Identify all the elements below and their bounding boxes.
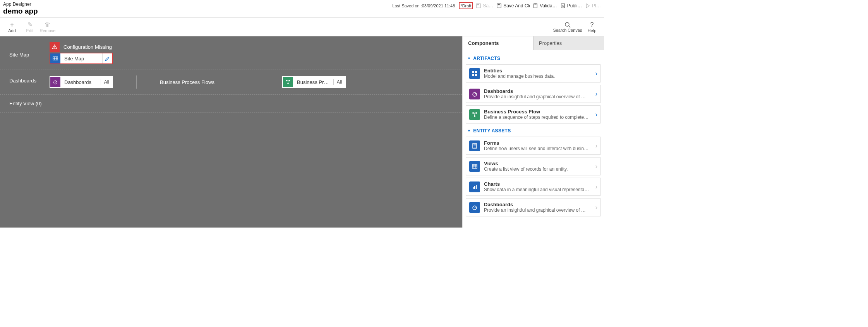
entity-view-row: Entity View (0) [0,94,462,113]
design-canvas: Site Map Configuration Missing Site Map [0,36,462,228]
svg-rect-1 [477,4,479,5]
chevron-right-icon: › [595,204,597,211]
dashboard-icon [469,89,480,99]
help-button[interactable]: ? Help [583,18,601,36]
bpf-badge: All [333,79,345,85]
chevron-right-icon: › [595,111,597,118]
sitemap-icon [50,53,60,63]
chevron-right-icon: › [595,70,597,77]
card-title: Charts [484,181,592,187]
card-desc: Define a sequence of steps required to c… [484,115,592,120]
card-title: Forms [484,140,592,146]
header-left: App Designer demo app [3,2,392,15]
bpf-label: Business Process Flows [160,79,218,85]
chevron-right-icon: › [595,163,597,170]
remove-button[interactable]: 🗑 Remove [39,18,57,36]
app-designer-label: App Designer [3,2,392,7]
bpf-tile-label: Business Proces… [293,79,333,85]
panel-tabs: Components Properties [463,36,604,50]
svg-rect-43 [474,186,475,189]
pencil-icon: ✎ [27,21,33,28]
sitemap-tile[interactable]: Site Map [50,53,113,64]
section-artifacts-label: ARTIFACTS [473,56,500,61]
main-area: Site Map Configuration Missing Site Map [0,36,604,228]
card-desc: Show data in a meaningful and visual rep… [484,187,592,192]
publish-label: Publi… [567,3,582,9]
section-artifacts[interactable]: ▼ ARTIFACTS [466,53,601,64]
save-button[interactable]: Sa… [476,3,493,9]
panel-body: ▼ ARTIFACTS Entities Model and manage bu… [463,50,604,228]
sitemap-row: Site Map Configuration Missing Site Map [0,36,462,70]
edit-button[interactable]: ✎ Edit [21,18,39,36]
card-bpf[interactable]: Business Process Flow Define a sequence … [466,105,601,123]
svg-rect-24 [472,74,474,76]
svg-point-7 [565,22,569,26]
card-charts[interactable]: Charts Show data in a meaningful and vis… [466,178,601,196]
card-dashboards-asset[interactable]: Dashboards Provide an insightful and gra… [466,198,601,216]
svg-rect-25 [475,74,477,76]
plus-icon: ＋ [9,21,15,28]
card-entities[interactable]: Entities Model and manage business data.… [466,64,601,82]
validate-label: Valida… [540,3,557,9]
play-icon [585,3,590,9]
svg-line-8 [569,26,570,27]
search-canvas-button[interactable]: Search Canvas [552,18,583,36]
card-desc: Provide an insightful and graphical over… [484,207,592,213]
card-desc: Create a list view of records for an ent… [484,166,592,172]
play-button[interactable]: Pl… [585,3,601,9]
save-and-close-button[interactable]: Save And Clo… [496,3,530,9]
vertical-separator [136,75,137,89]
toolbar: ＋ Add ✎ Edit 🗑 Remove Search Canvas ? He… [0,18,604,36]
tab-components-label: Components [468,40,499,46]
tab-properties[interactable]: Properties [533,36,604,50]
help-label: Help [588,28,597,33]
validate-button[interactable]: Valida… [533,3,557,9]
dashboards-tile-label: Dashboards [60,79,101,85]
svg-rect-44 [476,185,477,189]
dashboard-icon [50,77,60,87]
bpf-block: Business Process Flows Business Proces… … [160,76,346,88]
card-dashboards[interactable]: Dashboards Provide an insightful and gra… [466,85,601,103]
chevron-right-icon: › [595,91,597,98]
card-forms[interactable]: Forms Define how users will see and inte… [466,137,601,155]
card-desc: Define how users will see and interact w… [484,146,592,151]
card-title: Views [484,161,592,166]
right-panel: Components Properties ▼ ARTIFACTS Entiti… [462,36,604,228]
app-name: demo app [3,7,392,15]
card-title: Entities [484,68,592,74]
search-icon [564,22,571,28]
svg-rect-23 [475,71,477,73]
grid-icon [469,161,480,172]
clipboard-icon [533,3,538,9]
svg-rect-6 [561,4,564,8]
svg-point-10 [54,48,55,48]
play-label: Pl… [592,3,601,9]
publish-icon [560,3,566,9]
trash-icon: 🗑 [45,21,51,28]
chevron-right-icon: › [595,142,597,149]
save-close-label: Save And Clo… [503,3,530,9]
svg-rect-37 [472,164,477,168]
save-label: Sa… [483,3,493,9]
card-desc: Model and manage business data. [484,74,592,79]
artifacts-sub-row: Dashboards All Business Process Flows Bu… [50,75,346,89]
bpf-tile[interactable]: Business Proces… All [282,76,346,88]
card-views[interactable]: Views Create a list view of records for … [466,157,601,175]
config-missing-warning: Configuration Missing [50,42,113,52]
help-icon: ? [590,21,594,28]
section-entity-assets[interactable]: ▼ ENTITY ASSETS [466,126,601,137]
pencil-icon [105,56,110,61]
header-right: Last Saved on :03/09/2021 11:48 *Draft S… [392,2,601,9]
tab-components[interactable]: Components [463,36,533,50]
card-title: Dashboards [484,88,592,94]
draft-badge: *Draft [459,2,473,9]
edit-label: Edit [26,28,34,33]
add-label: Add [8,28,16,33]
dashboards-tile[interactable]: Dashboards All [50,76,113,88]
dashboards-badge: All [101,79,112,85]
publish-button[interactable]: Publi… [560,3,582,9]
sitemap-edit-button[interactable] [102,53,112,63]
svg-line-27 [475,93,476,94]
add-button[interactable]: ＋ Add [3,18,21,36]
flow-icon [469,109,480,120]
